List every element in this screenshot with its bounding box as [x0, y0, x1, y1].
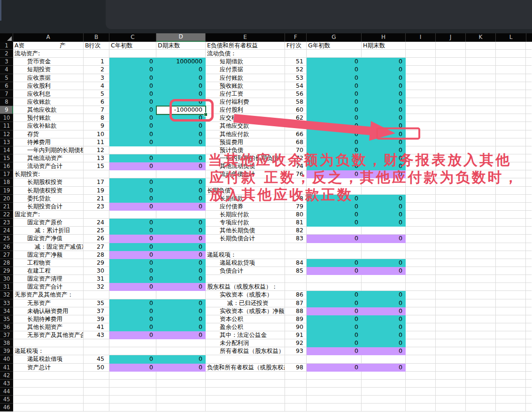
cell-A18[interactable]: 长期股权投资: [13, 178, 84, 186]
cell-L44[interactable]: [496, 388, 526, 396]
cell-G31[interactable]: [307, 283, 362, 291]
cell-D12[interactable]: 0: [156, 130, 206, 138]
cell-A14[interactable]: 一年内到期的长期债权投资: [13, 146, 84, 154]
cell-D30[interactable]: 0: [156, 275, 206, 283]
row-number-17[interactable]: 17: [0, 170, 13, 178]
cell-K18[interactable]: [466, 178, 496, 186]
cell-E38[interactable]: 未分配利润: [206, 339, 285, 347]
cell-D26[interactable]: 0: [156, 243, 206, 251]
cell-B12[interactable]: 10: [84, 130, 109, 138]
cell-K8[interactable]: [466, 98, 496, 106]
cell-J4[interactable]: [436, 66, 466, 74]
cell-K10[interactable]: [466, 114, 496, 122]
cell-H21[interactable]: 0: [362, 203, 406, 211]
row-number-43[interactable]: 43: [0, 380, 13, 388]
cell-G46[interactable]: [307, 404, 362, 412]
cell-I6[interactable]: [406, 82, 436, 90]
cell-B18[interactable]: 17: [84, 178, 109, 186]
row-number-38[interactable]: 38: [0, 339, 13, 347]
cell-C14[interactable]: [109, 146, 156, 154]
cell-K7[interactable]: [466, 90, 496, 98]
cell-F15[interactable]: 72: [285, 154, 307, 162]
cell-I18[interactable]: [406, 178, 436, 186]
cell-A40[interactable]: 递延税款借项: [13, 355, 84, 363]
cell-L46[interactable]: [496, 404, 526, 412]
cell-A4[interactable]: 短期投资: [13, 66, 84, 74]
cell-J11[interactable]: [436, 122, 466, 130]
cell-L39[interactable]: [496, 347, 526, 355]
cell-F17[interactable]: 76: [285, 170, 307, 178]
cell-H13[interactable]: 0: [362, 138, 406, 146]
cell-F18[interactable]: [285, 178, 307, 186]
cell-J9[interactable]: [436, 106, 466, 114]
cell-L40[interactable]: [496, 355, 526, 363]
cell-E27[interactable]: 递延税项：: [206, 251, 285, 259]
cell-F27[interactable]: [285, 251, 307, 259]
cell-F46[interactable]: [285, 404, 307, 412]
cell-H5[interactable]: 0: [362, 74, 406, 82]
cell-I21[interactable]: [406, 203, 436, 211]
cell-L41[interactable]: [496, 364, 526, 372]
cell-C20[interactable]: 0: [109, 195, 156, 203]
cell-G12[interactable]: 0: [307, 130, 362, 138]
cell-C7[interactable]: 0: [109, 90, 156, 98]
cell-F13[interactable]: 68: [285, 138, 307, 146]
cell-J1[interactable]: [436, 42, 466, 50]
cell-I41[interactable]: [406, 364, 436, 372]
cell-A45[interactable]: [13, 396, 84, 404]
cell-L12[interactable]: [496, 130, 526, 138]
cell-H19[interactable]: [362, 187, 406, 195]
cell-F22[interactable]: 80: [285, 211, 307, 219]
cell-D21[interactable]: 0: [156, 203, 206, 211]
row-number-24[interactable]: 24: [0, 227, 13, 235]
row-number-16[interactable]: 16: [0, 162, 13, 170]
cell-G20[interactable]: 0: [307, 195, 362, 203]
cell-K40[interactable]: [466, 355, 496, 363]
cell-L3[interactable]: [496, 58, 526, 66]
cell-L27[interactable]: [496, 251, 526, 259]
row-number-14[interactable]: 14: [0, 146, 13, 154]
cell-J23[interactable]: [436, 219, 466, 227]
cell-A2[interactable]: 流动资产:: [13, 50, 84, 58]
cell-B41[interactable]: 50: [84, 364, 109, 372]
cell-D35[interactable]: 0: [156, 315, 206, 323]
cell-D45[interactable]: [156, 396, 206, 404]
cell-F7[interactable]: 56: [285, 90, 307, 98]
cell-D17[interactable]: [156, 170, 206, 178]
cell-F6[interactable]: 54: [285, 82, 307, 90]
cell-A35[interactable]: 长期待摊费用: [13, 315, 84, 323]
cell-G44[interactable]: [307, 388, 362, 396]
cell-A42[interactable]: [13, 372, 84, 380]
cell-I17[interactable]: [406, 170, 436, 178]
cell-I34[interactable]: [406, 307, 436, 315]
cell-D15[interactable]: 0: [156, 154, 206, 162]
cell-F14[interactable]: 70: [285, 146, 307, 154]
cell-E32[interactable]: 实收资本（或股本）: [206, 291, 285, 299]
row-number-4[interactable]: 4: [0, 66, 13, 74]
cell-G35[interactable]: 0: [307, 315, 362, 323]
cell-C46[interactable]: [109, 404, 156, 412]
cell-C32[interactable]: [109, 291, 156, 299]
cell-G28[interactable]: 0: [307, 259, 362, 267]
cell-L17[interactable]: [496, 170, 526, 178]
row-number-30[interactable]: 30: [0, 275, 13, 283]
cell-H6[interactable]: 0: [362, 82, 406, 90]
cell-M21[interactable]: [526, 203, 532, 211]
row-number-22[interactable]: 22: [0, 211, 13, 219]
cell-A46[interactable]: [13, 404, 84, 412]
cell-C13[interactable]: 0: [109, 138, 156, 146]
cell-F42[interactable]: [285, 372, 307, 380]
cell-J45[interactable]: [436, 396, 466, 404]
cell-L6[interactable]: [496, 82, 526, 90]
cell-A21[interactable]: 长期投资合计: [13, 203, 84, 211]
col-header-C[interactable]: C: [109, 33, 156, 42]
cell-F35[interactable]: 89: [285, 315, 307, 323]
cell-J38[interactable]: [436, 339, 466, 347]
cell-B31[interactable]: 32: [84, 283, 109, 291]
cell-A8[interactable]: 应收账款: [13, 98, 84, 106]
cell-A6[interactable]: 应收股利: [13, 82, 84, 90]
row-number-2[interactable]: 2: [0, 50, 13, 58]
cell-I30[interactable]: [406, 275, 436, 283]
cell-L42[interactable]: [496, 372, 526, 380]
cell-H10[interactable]: 0: [362, 114, 406, 122]
